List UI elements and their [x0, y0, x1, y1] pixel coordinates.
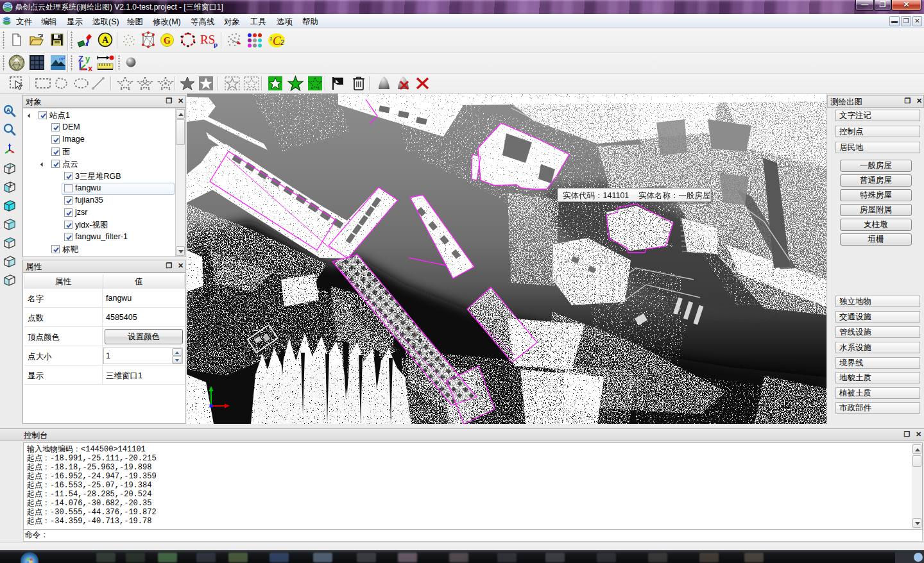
- svg-text:实体代码：141101: 实体代码：141101: [563, 191, 629, 200]
- svg-text:y: y: [85, 54, 90, 63]
- svg-text:RS: RS: [200, 33, 215, 46]
- svg-text:x: x: [88, 63, 93, 72]
- svg-text:m²: m²: [59, 56, 65, 62]
- svg-text:p: p: [214, 40, 218, 48]
- svg-text:2: 2: [280, 39, 284, 46]
- svg-text:Z: Z: [78, 54, 83, 63]
- svg-text:1: 1: [270, 36, 272, 42]
- svg-text:A: A: [102, 35, 109, 45]
- svg-text:A: A: [6, 107, 11, 113]
- svg-text:G: G: [164, 36, 171, 46]
- svg-text:实体名称：一般房屋: 实体名称：一般房屋: [638, 191, 711, 200]
